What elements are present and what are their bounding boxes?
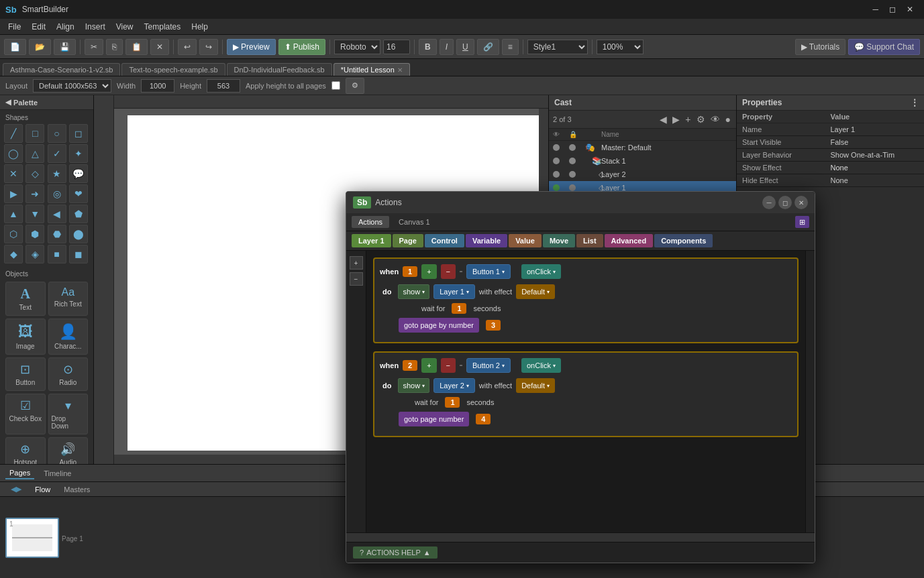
menu-help[interactable]: Help	[186, 21, 213, 33]
do2-layer-btn[interactable]: Layer 2 ▾	[433, 378, 475, 393]
vis-dot-layer2[interactable]	[553, 171, 560, 178]
link-btn[interactable]: 🔗	[477, 39, 499, 55]
shape-bubble[interactable]: 💬	[69, 164, 88, 183]
cast-circle-btn[interactable]: ●	[724, 113, 732, 126]
shape-circle[interactable]: ○	[48, 124, 66, 143]
shape-hex[interactable]: ⬡	[4, 225, 23, 243]
when1-trigger-event[interactable]: onClick ▾	[521, 264, 561, 279]
shape-rect[interactable]: □	[25, 124, 44, 143]
close-btn[interactable]: ✕	[901, 5, 919, 14]
actions-scrollbar-horizontal[interactable]	[346, 532, 815, 542]
lock-dot-stack1[interactable]	[569, 158, 576, 164]
publish-btn[interactable]: ⬆ Publish	[278, 39, 325, 55]
when2-add-btn[interactable]: +	[421, 358, 436, 373]
obj-audio[interactable]: 🔊 Audio	[48, 437, 89, 464]
flow-tab[interactable]: Flow	[30, 484, 56, 495]
cat-tab-components[interactable]: Components	[654, 234, 713, 247]
masters-tab[interactable]: Masters	[58, 484, 95, 495]
cat-tab-list[interactable]: List	[576, 234, 603, 247]
lock-dot-master[interactable]	[569, 144, 576, 151]
shape-star[interactable]: ✦	[69, 144, 88, 163]
style-select[interactable]: Style1	[527, 40, 588, 54]
shape-line[interactable]: ╱	[4, 124, 23, 143]
copy-btn[interactable]: ⎘	[106, 39, 123, 55]
shape-check[interactable]: ✓	[48, 144, 66, 163]
when1-trigger-obj[interactable]: Button 1 ▾	[466, 264, 511, 279]
when1-add-btn[interactable]: +	[421, 264, 436, 279]
shape-heart[interactable]: ❤	[69, 184, 88, 203]
shape-sq2[interactable]: ◼	[69, 245, 88, 264]
layout-select[interactable]: Default 1000x563	[33, 79, 111, 93]
lock-dot-layer1[interactable]	[569, 184, 576, 191]
obj-image[interactable]: 🖼 Image	[5, 319, 46, 355]
preview-btn[interactable]: ▶ Preview	[227, 39, 276, 55]
pages-tab[interactable]: Pages	[5, 467, 34, 479]
shape-tri-up[interactable]: ▲	[4, 205, 23, 223]
obj-hotspot[interactable]: ⊕ Hotspot	[5, 437, 46, 464]
page-thumb-1[interactable]: 1	[5, 518, 59, 558]
cast-row-stack1[interactable]: 📚 Stack 1	[549, 154, 736, 168]
italic-btn[interactable]: I	[440, 39, 454, 55]
shape-hex2[interactable]: ⬢	[25, 225, 44, 243]
menu-view[interactable]: View	[111, 21, 139, 33]
save-btn[interactable]: 💾	[54, 39, 76, 55]
apply-height-checkbox[interactable]	[331, 81, 340, 90]
cast-next-btn[interactable]: ▶	[671, 113, 681, 126]
actions-tab-canvas[interactable]: Canvas 1	[392, 216, 436, 228]
shape-star2[interactable]: ★	[48, 164, 66, 183]
shape-target[interactable]: ◎	[48, 184, 66, 203]
obj-text[interactable]: A Text	[5, 282, 46, 316]
redo-btn[interactable]: ↪	[199, 39, 218, 55]
obj-checkbox[interactable]: ☑ Check Box	[5, 394, 46, 435]
goto1-btn[interactable]: goto page by number	[399, 318, 479, 333]
obj-radio[interactable]: ⊙ Radio	[48, 357, 89, 391]
paste-btn[interactable]: 📋	[125, 39, 148, 55]
font-size-input[interactable]	[383, 40, 410, 54]
align-btn[interactable]: ≡	[502, 39, 519, 55]
goto2-btn[interactable]: goto page number	[399, 412, 469, 426]
cut-btn[interactable]: ✂	[85, 39, 103, 55]
do1-layer-btn[interactable]: Layer 1 ▾	[433, 284, 475, 299]
shape-diam3[interactable]: ◈	[25, 245, 44, 264]
cat-tab-layer1[interactable]: Layer 1	[352, 234, 391, 247]
tab-1[interactable]: Text-to-speech-example.sb	[121, 63, 225, 76]
cast-row-layer2[interactable]: ◇ Layer 2	[549, 168, 736, 181]
prop-value-name[interactable]: Layer 1	[831, 125, 919, 133]
menu-file[interactable]: File	[3, 21, 26, 33]
do1-show-btn[interactable]: show ▾	[398, 284, 429, 299]
tab-close-3[interactable]: ✕	[397, 66, 403, 74]
shape-arrow-l[interactable]: ◀	[48, 205, 66, 223]
bold-btn[interactable]: B	[419, 39, 437, 55]
do2-show-btn[interactable]: show ▾	[398, 378, 429, 393]
undo-btn[interactable]: ↩	[178, 39, 197, 55]
lock-dot-layer2[interactable]	[569, 171, 576, 178]
cat-tab-page[interactable]: Page	[393, 234, 423, 247]
do1-effect-btn[interactable]: Default ▾	[516, 284, 555, 299]
cat-tab-control[interactable]: Control	[425, 234, 464, 247]
shape-rect2[interactable]: ◻	[69, 124, 88, 143]
cat-tab-advanced[interactable]: Advanced	[605, 234, 654, 247]
shape-arrow-r[interactable]: ▶	[4, 184, 23, 203]
obj-char[interactable]: 👤 Charac...	[48, 319, 89, 355]
prop-value-showeffect[interactable]: None	[831, 164, 919, 172]
shape-oval[interactable]: ◯	[4, 144, 23, 163]
when2-remove-btn[interactable]: −	[441, 358, 456, 373]
shape-pent[interactable]: ⬟	[69, 205, 88, 223]
prop-value-layerbehavior[interactable]: Show One-at-a-Tim	[831, 151, 919, 159]
goto-page-2[interactable]: 4	[476, 414, 491, 424]
obj-button[interactable]: ⊡ Button	[5, 357, 46, 391]
actions-icon-btn[interactable]: ⊞	[795, 216, 809, 228]
do2-effect-btn[interactable]: Default ▾	[516, 378, 555, 393]
menu-edit[interactable]: Edit	[26, 21, 51, 33]
goto-page-1[interactable]: 3	[486, 320, 501, 331]
obj-richtext[interactable]: Aa Rich Text	[48, 282, 89, 316]
cast-row-master[interactable]: 🎭 Master: Default	[549, 141, 736, 154]
vis-dot-master[interactable]	[553, 144, 560, 151]
underline-btn[interactable]: U	[456, 39, 474, 55]
support-btn[interactable]: 💬 Support Chat	[848, 39, 920, 55]
cat-tab-variable[interactable]: Variable	[466, 234, 507, 247]
cast-prev-btn[interactable]: ◀	[658, 113, 668, 126]
cast-add-btn[interactable]: +	[684, 113, 692, 126]
tab-0[interactable]: Asthma-Case-Scenario-1-v2.sb	[3, 63, 120, 76]
width-input[interactable]	[141, 79, 174, 93]
